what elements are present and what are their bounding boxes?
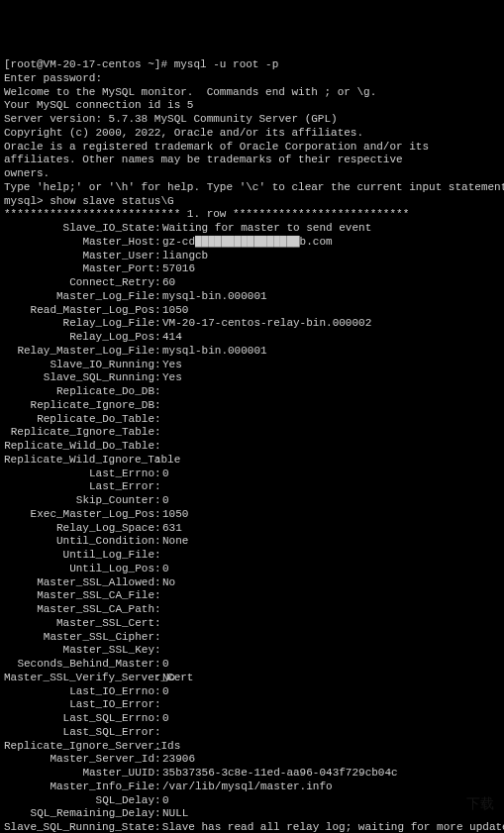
status-label: Relay_Log_Pos <box>4 331 154 345</box>
status-row: Seconds_Behind_Master: 0 <box>4 658 500 672</box>
status-value: 1050 <box>162 508 500 522</box>
status-value <box>162 698 500 712</box>
status-row: Connect_Retry: 60 <box>4 276 500 290</box>
status-value: 60 <box>162 276 500 290</box>
status-label: Relay_Log_File <box>4 317 154 331</box>
status-label: Slave_SQL_Running_State <box>4 821 154 833</box>
status-row: Replicate_Ignore_Server_Ids: <box>4 740 500 754</box>
status-label: Last_SQL_Error <box>4 726 154 740</box>
status-row: Master_Port: 57016 <box>4 262 500 276</box>
status-row: Replicate_Do_DB: <box>4 385 500 399</box>
status-label: Read_Master_Log_Pos <box>4 304 154 318</box>
status-label: Replicate_Do_DB <box>4 385 154 399</box>
status-value <box>162 413 500 427</box>
status-row: Master_SSL_Verify_Server_Cert: No <box>4 672 500 685</box>
status-label: Master_Port <box>4 262 154 276</box>
status-row: Last_IO_Error: <box>4 698 500 712</box>
status-label: Master_Server_Id <box>4 753 154 767</box>
status-value: 23906 <box>162 753 500 767</box>
status-label: SQL_Remaining_Delay <box>4 807 154 821</box>
status-value <box>162 644 500 658</box>
status-label: Until_Condition <box>4 535 154 549</box>
status-row: SQL_Delay: 0 <box>4 794 500 808</box>
status-value <box>162 603 500 617</box>
status-label: Last_IO_Error <box>4 698 154 712</box>
status-value: 35b37356-3c8e-11ed-aa96-043f729cb04c <box>162 767 500 781</box>
status-label: Relay_Master_Log_File <box>4 345 154 359</box>
status-value: 0 <box>162 494 500 508</box>
status-value: 0 <box>162 685 500 699</box>
status-value: Slave has read all relay log; waiting fo… <box>162 821 504 833</box>
status-label: Master_User <box>4 250 154 263</box>
status-row: Master_Log_File: mysql-bin.000001 <box>4 290 500 304</box>
status-row: Master_SSL_Allowed: No <box>4 576 500 590</box>
status-label: Slave_SQL_Running <box>4 371 154 385</box>
status-row: Last_Errno: 0 <box>4 468 500 481</box>
status-row: Relay_Log_File: VM-20-17-centos-relay-bi… <box>4 317 500 331</box>
status-row: Slave_IO_State: Waiting for master to se… <box>4 222 500 236</box>
status-row: Replicate_Ignore_DB: <box>4 399 500 413</box>
status-label: Replicate_Wild_Ignore_Table <box>4 454 154 468</box>
status-row: Master_SSL_CA_File: <box>4 589 500 603</box>
status-label: Replicate_Ignore_Table <box>4 426 154 440</box>
status-row: Skip_Counter: 0 <box>4 494 500 508</box>
status-row: Master_SSL_Cert: <box>4 617 500 631</box>
status-value: 1050 <box>162 304 500 318</box>
status-row: Replicate_Ignore_Table: <box>4 426 500 440</box>
status-row: Exec_Master_Log_Pos: 1050 <box>4 508 500 522</box>
status-row: Master_Info_File: /var/lib/mysql/master.… <box>4 781 500 794</box>
status-row: Last_SQL_Error: <box>4 726 500 740</box>
status-value: VM-20-17-centos-relay-bin.000002 <box>162 317 500 331</box>
status-row: SQL_Remaining_Delay: NULL <box>4 807 500 821</box>
status-row: Slave_IO_Running: Yes <box>4 359 500 372</box>
status-row: Master_UUID: 35b37356-3c8e-11ed-aa96-043… <box>4 767 500 781</box>
status-label: Master_SSL_Cert <box>4 617 154 631</box>
status-row: Last_SQL_Errno: 0 <box>4 712 500 726</box>
status-value: NULL <box>162 807 500 821</box>
status-label: Replicate_Ignore_Server_Ids <box>4 740 154 754</box>
status-label: Master_SSL_Cipher <box>4 631 154 645</box>
status-label: Last_IO_Errno <box>4 685 154 699</box>
status-value: Waiting for master to send event <box>162 222 500 236</box>
status-value <box>162 549 500 563</box>
status-row: Relay_Log_Space: 631 <box>4 522 500 536</box>
status-label: Replicate_Do_Table <box>4 413 154 427</box>
status-row: Replicate_Wild_Ignore_Table: <box>4 454 500 468</box>
status-value <box>162 617 500 631</box>
status-label: Last_Error <box>4 480 154 494</box>
status-row: Until_Log_File: <box>4 549 500 563</box>
status-label: Master_SSL_Key <box>4 644 154 658</box>
status-label: SQL_Delay <box>4 794 154 808</box>
status-value: gz-cd████████████████b.com <box>162 236 500 250</box>
status-value: 0 <box>162 563 500 576</box>
status-label: Seconds_Behind_Master <box>4 658 154 672</box>
status-row: Master_User: liangcb <box>4 250 500 263</box>
status-value: 631 <box>162 522 500 536</box>
status-row: Replicate_Do_Table: <box>4 413 500 427</box>
status-row: Relay_Log_Pos: 414 <box>4 331 500 345</box>
status-row: Until_Log_Pos: 0 <box>4 563 500 576</box>
status-value: No <box>162 576 500 590</box>
terminal-output: [root@VM-20-17-centos ~]# mysql -u root … <box>4 58 500 833</box>
status-value: mysql-bin.000001 <box>162 290 500 304</box>
status-label: Replicate_Wild_Do_Table <box>4 440 154 454</box>
status-value: 0 <box>162 712 500 726</box>
status-value <box>162 440 500 454</box>
status-value <box>162 740 500 754</box>
status-label: Slave_IO_State <box>4 222 154 236</box>
status-value: No <box>162 672 500 685</box>
status-row: Relay_Master_Log_File: mysql-bin.000001 <box>4 345 500 359</box>
status-value: 0 <box>162 658 500 672</box>
status-label: Until_Log_Pos <box>4 563 154 576</box>
status-value <box>162 426 500 440</box>
status-label: Slave_IO_Running <box>4 359 154 372</box>
status-value <box>162 631 500 645</box>
status-value: /var/lib/mysql/master.info <box>162 781 500 794</box>
status-label: Master_UUID <box>4 767 154 781</box>
status-value: 414 <box>162 331 500 345</box>
status-row: Slave_SQL_Running: Yes <box>4 371 500 385</box>
status-row: Slave_SQL_Running_State: Slave has read … <box>4 821 500 833</box>
status-label: Connect_Retry <box>4 276 154 290</box>
status-value <box>162 399 500 413</box>
status-value: None <box>162 535 500 549</box>
